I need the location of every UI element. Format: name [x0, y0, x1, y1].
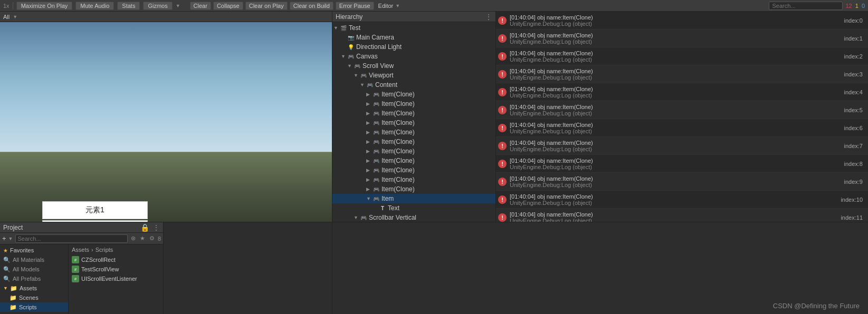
scripts-folder[interactable]: 📁 Scripts — [0, 302, 68, 312]
console-error-icon: ! — [498, 142, 507, 150]
hierarchy-item-clone-8[interactable]: ▶ 🎮 Item(Clone) — [332, 165, 495, 175]
project-search-input[interactable] — [15, 234, 128, 243]
console-row[interactable]: ! [01:40:04] obj name:Item(Clone) UnityE… — [496, 191, 868, 209]
console-line2: UnityEngine.Debug:Log (object) — [510, 218, 837, 222]
console-row[interactable]: ! [01:40:04] obj name:Item(Clone) UnityE… — [496, 173, 868, 191]
expand-icon: ▶ — [366, 111, 373, 116]
project-menu-button[interactable]: ⋮ — [152, 223, 160, 232]
console-row[interactable]: ! [01:40:04] obj name:Item(Clone) UnityE… — [496, 65, 868, 83]
hierarchy-item-clone-1[interactable]: ▶ 🎮 Item(Clone) — [332, 99, 495, 109]
console-line2: UnityEngine.Debug:Log (object) — [510, 146, 841, 152]
hier-item-label: Scroll View — [363, 62, 394, 70]
canvas-icon: 🎮 — [347, 53, 355, 60]
hierarchy-item-scrollbar[interactable]: ▼ 🎮 Scrollbar Vertical — [332, 213, 495, 222]
clear-button[interactable]: Clear — [190, 2, 211, 10]
expand-icon: ▶ — [366, 168, 373, 173]
hierarchy-item-directional-light[interactable]: 💡 Directional Light — [332, 42, 495, 52]
item-expand-icon: ▼ — [366, 196, 373, 201]
main-layout: All ▼ 元素1 元素2 元素3 元素4 元素5 元素6 Hierarchy … — [0, 12, 868, 222]
project-lock-icon[interactable]: 🔒 — [140, 223, 149, 232]
console-row[interactable]: ! [01:40:04] obj name:Item(Clone) UnityE… — [496, 155, 868, 173]
console-line2: UnityEngine.Debug:Log (object) — [510, 92, 841, 99]
project-options-icon[interactable]: ⚙ — [148, 235, 156, 242]
error-count: 12 — [846, 3, 852, 9]
console-line2: UnityEngine.Debug:Log (object) — [510, 200, 837, 206]
console-row[interactable]: ! [01:40:04] obj name:Item(Clone) UnityE… — [496, 119, 868, 137]
console-row[interactable]: ! [01:40:04] obj name:Item(Clone) UnityE… — [496, 101, 868, 119]
stats-button[interactable]: Stats — [117, 2, 140, 10]
all-materials-label: All Materials — [13, 257, 44, 263]
mute-audio-button[interactable]: Mute Audio — [75, 2, 114, 10]
console-row[interactable]: ! [01:40:04] obj name:Item(Clone) UnityE… — [496, 12, 868, 30]
all-dropdown-icon: ▼ — [13, 14, 17, 19]
console-line1: [01:40:04] obj name:Item(Clone) — [510, 32, 841, 38]
console-text: [01:40:04] obj name:Item(Clone) UnityEng… — [510, 193, 837, 206]
console-line1: [01:40:04] obj name:Item(Clone) — [510, 86, 841, 92]
hierarchy-item-clone-3[interactable]: ▶ 🎮 Item(Clone) — [332, 118, 495, 127]
project-filter-icon[interactable]: ⊛ — [130, 235, 137, 242]
expand-icon: ▶ — [366, 130, 373, 135]
console-line1: [01:40:04] obj name:Item(Clone) — [510, 68, 841, 74]
hierarchy-item-scroll-view[interactable]: ▼ 🎮 Scroll View — [332, 61, 495, 71]
hierarchy-item-clone-7[interactable]: ▶ 🎮 Item(Clone) — [332, 156, 495, 165]
console-content[interactable]: ! [01:40:04] obj name:Item(Clone) UnityE… — [496, 12, 868, 222]
console-row[interactable]: ! [01:40:04] obj name:Item(Clone) UnityE… — [496, 137, 868, 155]
hierarchy-title: Hierarchy — [336, 13, 363, 21]
scene-expand-icon: ▼ — [333, 25, 340, 31]
script-icon: # — [72, 256, 79, 263]
console-line2: UnityEngine.Debug:Log (object) — [510, 38, 841, 45]
scripts-folder-icon: 📁 — [9, 304, 17, 311]
hierarchy-content[interactable]: ▼ 🎬 Test 📷 Main Camera 💡 Directional Lig… — [332, 22, 495, 222]
console-row[interactable]: ! [01:40:04] obj name:Item(Clone) UnityE… — [496, 30, 868, 47]
project-header: Project 🔒 ⋮ — [0, 222, 163, 233]
folder-icon: 📁 — [10, 285, 17, 292]
console-index: index:8 — [844, 161, 866, 167]
clear-on-play-button[interactable]: Clear on Play — [245, 2, 288, 10]
hierarchy-item-clone-6[interactable]: ▶ 🎮 Item(Clone) — [332, 146, 495, 156]
favorites-folder[interactable]: ★ Favorites — [0, 246, 68, 255]
scene-label: Test — [349, 24, 360, 32]
script-testscrollview[interactable]: # TestScrollView — [72, 264, 160, 274]
project-add-button[interactable]: + — [2, 234, 6, 242]
expand-icon: ▶ — [366, 120, 373, 125]
console-row[interactable]: ! [01:40:04] obj name:Item(Clone) UnityE… — [496, 47, 868, 65]
all-prefabs-label: All Prefabs — [13, 276, 41, 282]
error-pause-button[interactable]: Error Pause — [336, 2, 374, 10]
hierarchy-item-item[interactable]: ▼ 🎮 Item — [332, 194, 495, 203]
collapse-button[interactable]: Collapse — [213, 2, 243, 10]
all-prefabs-item[interactable]: 🔍 All Prefabs — [0, 274, 68, 283]
hier-item-label: Viewport — [369, 72, 393, 79]
assets-folder[interactable]: ▼ 📁 Assets — [0, 283, 68, 293]
scripts-label: Scripts — [19, 304, 37, 310]
clear-on-build-button[interactable]: Clear on Build — [290, 2, 333, 10]
script-czscrollrect[interactable]: # CZScrollRect — [72, 255, 160, 264]
project-star-filter-icon[interactable]: ★ — [139, 235, 146, 242]
hierarchy-item-canvas[interactable]: ▼ 🎮 Canvas — [332, 52, 495, 61]
console-search-input[interactable] — [769, 2, 843, 10]
hierarchy-item-text[interactable]: T Text — [332, 203, 495, 213]
hierarchy-item-clone-0[interactable]: ▶ 🎮 Item(Clone) — [332, 90, 495, 99]
gizmos-button[interactable]: Gizmos — [143, 2, 172, 10]
hierarchy-item-clone-5[interactable]: ▶ 🎮 Item(Clone) — [332, 137, 495, 146]
scenes-label: Scenes — [19, 295, 39, 301]
all-models-item[interactable]: 🔍 All Models — [0, 264, 68, 274]
script-uiscrolleventlistener[interactable]: # UIScrollEventListener — [72, 274, 160, 283]
scenes-folder[interactable]: 📁 Scenes — [0, 293, 68, 302]
maximize-on-play-button[interactable]: Maximize On Play — [16, 2, 73, 10]
scene-root[interactable]: ▼ 🎬 Test — [332, 23, 495, 33]
all-materials-item[interactable]: 🔍 All Materials — [0, 255, 68, 264]
hierarchy-item-clone-4[interactable]: ▶ 🎮 Item(Clone) — [332, 127, 495, 137]
hierarchy-item-clone-9[interactable]: ▶ 🎮 Item(Clone) — [332, 175, 495, 184]
scene-toolbar: All ▼ — [0, 12, 332, 22]
hierarchy-item-clone-2[interactable]: ▶ 🎮 Item(Clone) — [332, 109, 495, 118]
all-models-label: All Models — [13, 266, 40, 272]
console-row[interactable]: ! [01:40:04] obj name:Item(Clone) UnityE… — [496, 209, 868, 222]
expand-icon: ▶ — [366, 92, 373, 97]
viewport-icon: 🎮 — [360, 72, 367, 79]
hierarchy-menu-button[interactable]: ⋮ — [485, 13, 492, 21]
console-row[interactable]: ! [01:40:04] obj name:Item(Clone) UnityE… — [496, 83, 868, 101]
hierarchy-item-clone-10[interactable]: ▶ 🎮 Item(Clone) — [332, 184, 495, 194]
hierarchy-item-content[interactable]: ▼ 🎮 Content — [332, 80, 495, 90]
hierarchy-item-main-camera[interactable]: 📷 Main Camera — [332, 33, 495, 42]
hierarchy-item-viewport[interactable]: ▼ 🎮 Viewport — [332, 71, 495, 80]
